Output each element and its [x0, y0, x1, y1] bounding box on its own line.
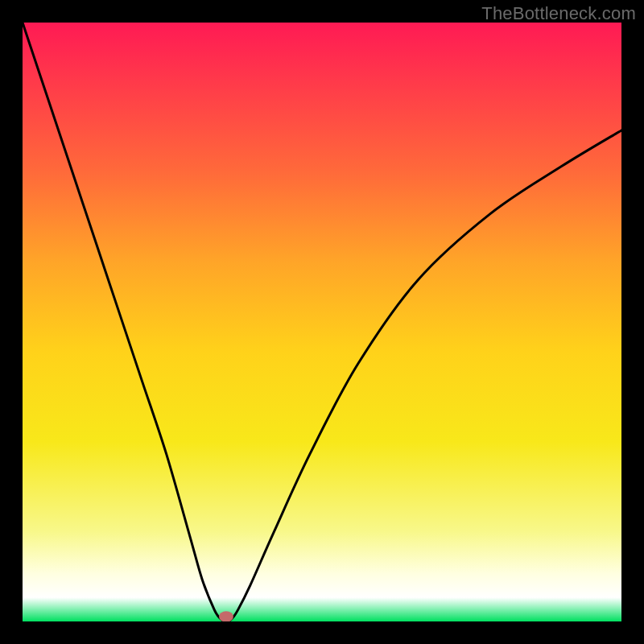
plot-area	[23, 23, 621, 621]
bottleneck-curve	[23, 23, 621, 621]
chart-frame: TheBottleneck.com	[0, 0, 644, 644]
minimum-marker	[219, 611, 233, 621]
curve-svg	[23, 23, 621, 621]
watermark-text: TheBottleneck.com	[481, 3, 636, 24]
